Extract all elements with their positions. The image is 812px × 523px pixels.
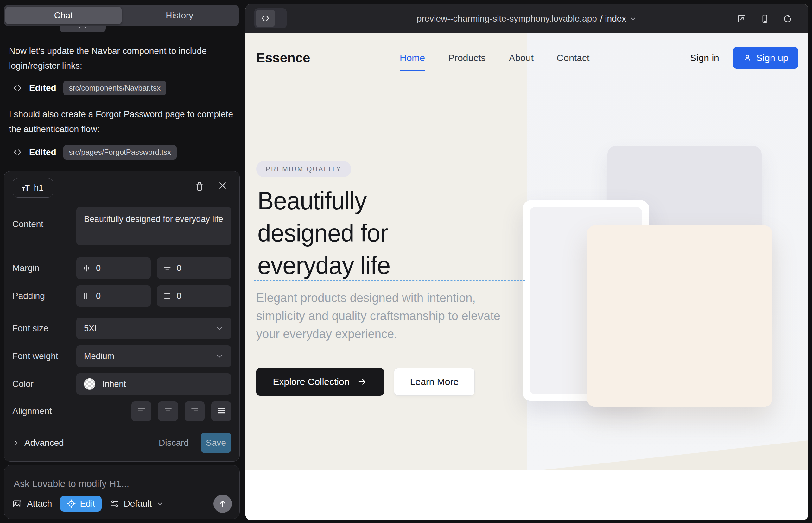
premium-quality-badge: PREMIUM QUALITY [256, 161, 351, 177]
color-select[interactable]: Inherit [76, 373, 231, 395]
mobile-view-icon[interactable] [760, 14, 770, 24]
arrow-up-icon [218, 499, 227, 508]
default-label: Default [124, 499, 152, 509]
hero-description: Elegant products designed with intention… [256, 289, 510, 343]
selected-h1-outline[interactable]: Beautifully designed for everyday life [254, 183, 525, 281]
preview-pane: preview--charming-site-symphony.lovable.… [245, 4, 808, 520]
font-size-select[interactable]: 5XL [76, 318, 231, 339]
chevron-down-icon [156, 500, 164, 507]
font-weight-select[interactable]: Medium [76, 345, 231, 367]
delete-element-icon[interactable] [194, 181, 205, 192]
settings-sliders-icon [110, 499, 119, 508]
site-preview: Essence Home Products About Contact Sign… [245, 33, 808, 520]
tab-history[interactable]: History [122, 7, 238, 24]
open-external-icon[interactable] [737, 14, 747, 24]
edited-label: Edited [29, 147, 56, 157]
composer-input[interactable]: Ask Lovable to modify H1... [14, 479, 129, 489]
discard-button[interactable]: Discard [159, 438, 189, 448]
next-section-background [245, 470, 808, 520]
refresh-icon[interactable] [783, 14, 792, 23]
padding-vertical-icon [163, 292, 172, 301]
alignment-label: Alignment [12, 406, 76, 416]
selected-element-tag[interactable]: ᴛT h1 [13, 178, 53, 198]
user-icon [743, 54, 752, 62]
explore-collection-label: Explore Collection [273, 376, 350, 387]
chat-history-tabs: Chat History [4, 5, 239, 26]
close-panel-icon[interactable] [218, 181, 227, 190]
chevron-down-icon [215, 324, 224, 332]
locate-icon [67, 499, 76, 508]
padding-x-input[interactable]: 0 [76, 285, 151, 307]
element-tag-name: h1 [34, 183, 44, 193]
attach-button[interactable]: Attach [12, 499, 52, 509]
preview-path: / index [600, 14, 626, 24]
file-pill[interactable]: src/pages/ForgotPassword.tsx [63, 145, 177, 160]
margin-vertical-icon [163, 264, 172, 273]
file-pill[interactable]: src/components/Navbar.tsx [63, 81, 166, 95]
model-default-dropdown[interactable]: Default [110, 499, 164, 509]
scrolled-file-pill [59, 26, 106, 32]
chevron-right-icon [12, 439, 19, 446]
element-editor-panel: ᴛT h1 Content Beautifully designed for e… [4, 171, 240, 462]
send-button[interactable] [213, 494, 232, 513]
tab-chat[interactable]: Chat [5, 7, 122, 24]
edited-label: Edited [29, 83, 56, 93]
arrow-right-icon [357, 377, 367, 386]
align-justify-button[interactable] [211, 401, 231, 421]
nav-link-contact[interactable]: Contact [557, 53, 589, 63]
font-size-value: 5XL [84, 324, 99, 333]
padding-label: Padding [12, 291, 76, 301]
hero-headline[interactable]: Beautifully designed for everyday life [258, 184, 390, 282]
site-logo[interactable]: Essence [256, 50, 310, 66]
color-value: Inherit [102, 379, 126, 389]
font-weight-label: Font weight [12, 351, 76, 361]
chat-composer[interactable]: Ask Lovable to modify H1... Attach Edit … [4, 465, 240, 519]
code-icon [13, 83, 22, 93]
edit-mode-button[interactable]: Edit [60, 496, 101, 511]
align-left-button[interactable] [131, 401, 152, 421]
content-label: Content [12, 219, 76, 229]
chat-message: I should also create a Forgot Password p… [9, 107, 235, 137]
align-right-button[interactable] [184, 401, 205, 421]
advanced-toggle[interactable]: Advanced [12, 438, 64, 448]
save-button[interactable]: Save [201, 433, 231, 453]
edit-label: Edit [80, 499, 95, 509]
margin-y-input[interactable]: 0 [157, 257, 231, 279]
padding-horizontal-icon [82, 292, 91, 301]
sign-up-label: Sign up [756, 53, 789, 63]
code-icon [13, 147, 22, 157]
sign-up-button[interactable]: Sign up [733, 47, 798, 69]
advanced-label: Advanced [24, 438, 64, 448]
align-center-button[interactable] [158, 401, 178, 421]
sign-in-link[interactable]: Sign in [690, 53, 719, 63]
preview-browser-bar: preview--charming-site-symphony.lovable.… [245, 4, 808, 33]
font-weight-value: Medium [84, 351, 114, 361]
padding-x-value: 0 [96, 291, 101, 301]
attach-image-icon [12, 499, 22, 509]
preview-url: preview--charming-site-symphony.lovable.… [417, 14, 597, 24]
learn-more-button[interactable]: Learn More [394, 368, 475, 396]
edited-file-row[interactable]: Edited src/components/Navbar.tsx [13, 81, 166, 95]
nav-link-products[interactable]: Products [448, 53, 486, 63]
chat-sidebar: Chat History Now let's update the Navbar… [0, 0, 245, 523]
nav-link-about[interactable]: About [509, 53, 533, 63]
margin-x-input[interactable]: 0 [76, 257, 151, 279]
margin-y-value: 0 [177, 264, 181, 273]
color-label: Color [12, 379, 76, 389]
type-icon: ᴛT [22, 183, 30, 193]
font-size-label: Font size [12, 323, 76, 333]
content-input[interactable]: Beautifully designed for everyday life [76, 207, 231, 245]
padding-y-input[interactable]: 0 [157, 285, 231, 307]
nav-link-home[interactable]: Home [400, 53, 425, 63]
chevron-down-icon [215, 352, 224, 360]
decor-card-beige [587, 225, 772, 407]
margin-label: Margin [12, 263, 76, 273]
transparent-color-swatch [84, 378, 95, 390]
explore-collection-button[interactable]: Explore Collection [256, 368, 384, 396]
attach-label: Attach [27, 499, 52, 509]
padding-y-value: 0 [177, 291, 181, 301]
edited-file-row[interactable]: Edited src/pages/ForgotPassword.tsx [13, 145, 177, 160]
url-bar[interactable]: preview--charming-site-symphony.lovable.… [245, 4, 808, 33]
chevron-down-icon [629, 15, 637, 22]
margin-horizontal-icon [82, 264, 91, 273]
